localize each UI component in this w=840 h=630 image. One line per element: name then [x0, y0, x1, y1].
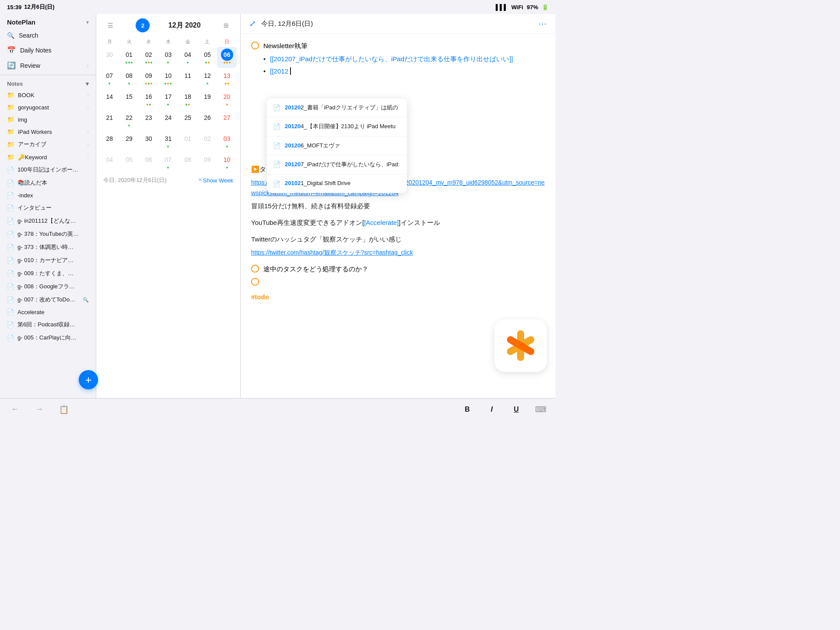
- sidebar-item-g-in201112[interactable]: 📄 g- in201112【どんなこと…: [0, 214, 96, 228]
- sidebar-item-g-005[interactable]: 📄 g- 005：CarPlayに向けて…: [0, 331, 96, 344]
- cal-day-28[interactable]: 28: [100, 131, 119, 152]
- cal-day-06-today[interactable]: 06: [217, 47, 237, 68]
- forward-button[interactable]: →: [32, 402, 47, 417]
- autocomplete-item-5[interactable]: 📄 201021_Digital Shift Drive: [267, 175, 407, 193]
- cal-day-12[interactable]: 12: [198, 68, 217, 89]
- sidebar-item-g-007[interactable]: 📄 g- 007：改めてToDoリス… 🔍: [0, 293, 96, 306]
- cal-day-23[interactable]: 23: [139, 110, 158, 131]
- cal-day-24[interactable]: 24: [158, 110, 178, 131]
- cal-day-18[interactable]: 18: [178, 89, 198, 110]
- cal-day-10[interactable]: 10: [158, 68, 178, 89]
- cal-day-26[interactable]: 26: [198, 110, 217, 131]
- dot: [150, 83, 152, 84]
- autocomplete-item-4[interactable]: 📄 201207_iPadだけで仕事がしたいなら、iPad:: [267, 155, 407, 174]
- cal-day-20[interactable]: 20: [217, 89, 237, 110]
- cal-day-15[interactable]: 15: [119, 89, 139, 110]
- sidebar-item-keyword[interactable]: 📁 🔑Keyword ›: [0, 151, 96, 163]
- note-name: g- 010：カーナビアプリ3…: [18, 256, 79, 264]
- twitter-url-link[interactable]: https://twitter.com/hashtag/観察スケッチ?src=h…: [251, 249, 413, 256]
- sidebar-item-img[interactable]: 📁 img ›: [0, 113, 96, 126]
- day-num: 26: [201, 112, 214, 124]
- sidebar-item-search[interactable]: 🔍 Search: [0, 28, 96, 42]
- sidebar-item-yonda-hon[interactable]: 📄 📚読んだ本: [0, 176, 96, 189]
- sidebar-item-g-378[interactable]: 📄 g- 378：YouTubeの英語…: [0, 228, 96, 241]
- cal-day-05-next[interactable]: 05: [119, 152, 139, 173]
- sidebar-brand-header[interactable]: NotePlan ▾: [0, 14, 96, 28]
- sidebar-item-archive[interactable]: 📁 アーカイブ ›: [0, 138, 96, 151]
- expand-icon[interactable]: ⤢: [249, 19, 256, 28]
- twitter-url[interactable]: https://twitter.com/hashtag/観察スケッチ?src=h…: [251, 247, 545, 258]
- dot: [167, 83, 169, 84]
- autocomplete-item-1[interactable]: 📄 201202_書籍「iPadクリエイティブ」は紙の: [267, 98, 407, 117]
- cal-day-07[interactable]: 07: [100, 68, 119, 89]
- cal-day-11[interactable]: 11: [178, 68, 198, 89]
- cal-day-09-next[interactable]: 09: [198, 152, 217, 173]
- italic-button[interactable]: I: [484, 402, 500, 417]
- cal-day-25[interactable]: 25: [178, 110, 198, 131]
- back-button[interactable]: ←: [7, 402, 23, 417]
- task-circle-2-icon[interactable]: [251, 265, 259, 273]
- cal-day-21[interactable]: 21: [100, 110, 119, 131]
- task-circle-3-icon[interactable]: [251, 278, 259, 286]
- cal-day-06-next[interactable]: 06: [139, 152, 158, 173]
- cal-day-04-next[interactable]: 04: [100, 152, 119, 173]
- folder-chevron-icon: ›: [87, 129, 89, 134]
- cal-day-16[interactable]: 16: [139, 89, 158, 110]
- cal-day-30[interactable]: 30: [100, 47, 119, 68]
- sidebar-item-index[interactable]: 📄 -index: [0, 189, 96, 201]
- wiki-link-1[interactable]: [[201207_iPadだけで仕事がしたいなら、iPadだけで出来る仕事を作り…: [270, 54, 513, 64]
- cal-day-04[interactable]: 04: [178, 47, 198, 68]
- bold-button[interactable]: B: [459, 402, 475, 417]
- cal-day-01[interactable]: 01: [119, 47, 139, 68]
- add-note-button[interactable]: +: [79, 370, 98, 389]
- today-button[interactable]: 2: [136, 18, 150, 32]
- note-icon: 📄: [7, 335, 14, 341]
- cal-day-07-next[interactable]: 07: [158, 152, 178, 173]
- sidebar-item-ipad-workers[interactable]: 📁 iPad Workers ›: [0, 126, 96, 138]
- cal-day-13[interactable]: 13: [217, 68, 237, 89]
- cal-day-09[interactable]: 09: [139, 68, 158, 89]
- sidebar-item-interview[interactable]: 📄 インタビュー: [0, 201, 96, 214]
- task-circle-icon[interactable]: [251, 42, 259, 49]
- sidebar-item-book[interactable]: 📁 BOOK ›: [0, 89, 96, 101]
- cal-day-19[interactable]: 19: [198, 89, 217, 110]
- cal-day-31[interactable]: 31: [158, 131, 178, 152]
- sidebar-item-goryugocast[interactable]: 📁 goryugocast ›: [0, 101, 96, 113]
- task-text: Newsletter執筆: [263, 41, 308, 51]
- autocomplete-item-3[interactable]: 📄 201206_MOFTエヴァ: [267, 136, 407, 155]
- show-week-button[interactable]: ^ Show Week: [199, 177, 233, 184]
- sidebar-item-g-373[interactable]: 📄 g- 373：体調悪い時ほど日…: [0, 241, 96, 254]
- more-options-icon[interactable]: ⋯: [538, 18, 547, 29]
- cal-day-29[interactable]: 29: [119, 131, 139, 152]
- sidebar-item-100nen[interactable]: 📄 100年日記はインポート専用: [0, 163, 96, 176]
- cal-day-14[interactable]: 14: [100, 89, 119, 110]
- autocomplete-item-2[interactable]: 📄 201204_【本日開催】2130より iPad Meetu: [267, 117, 407, 136]
- cal-day-08[interactable]: 08: [119, 68, 139, 89]
- accelerate-link[interactable]: [Accelerate]: [364, 219, 399, 226]
- cal-day-05[interactable]: 05: [198, 47, 217, 68]
- cal-day-02[interactable]: 02: [139, 47, 158, 68]
- note-content[interactable]: Newsletter執筆 • [[201207_iPadだけで仕事がしたいなら、…: [241, 34, 556, 398]
- cal-day-03-next[interactable]: 03: [217, 131, 237, 152]
- keyboard-button[interactable]: ⌨: [533, 402, 549, 417]
- sidebar-item-accelerate[interactable]: 📄 Accelerate: [0, 306, 96, 318]
- clipboard-button[interactable]: 📋: [56, 402, 72, 417]
- sidebar-item-g-010[interactable]: 📄 g- 010：カーナビアプリ3…: [0, 254, 96, 267]
- sidebar-item-daily-notes[interactable]: 📅 Daily Notes: [0, 42, 96, 58]
- sidebar-item-g-009[interactable]: 📄 g- 009：たすくま、全く使…: [0, 267, 96, 280]
- cal-day-03[interactable]: 03: [158, 47, 178, 68]
- sidebar-item-podcast[interactable]: 📄 第6回：Podcast収録&…: [0, 318, 96, 331]
- cal-day-22[interactable]: 22: [119, 110, 139, 131]
- cal-day-01-next[interactable]: 01: [178, 131, 198, 152]
- calendar-view-toggle[interactable]: ⊞: [219, 18, 233, 32]
- cal-day-17[interactable]: 17: [158, 89, 178, 110]
- cal-day-08-next[interactable]: 08: [178, 152, 198, 173]
- cal-day-10-next[interactable]: 10: [217, 152, 237, 173]
- sidebar-item-review[interactable]: 🔄 Review ›: [0, 58, 96, 73]
- cal-day-02-next[interactable]: 02: [198, 131, 217, 152]
- underline-button[interactable]: U: [508, 402, 524, 417]
- sidebar-item-g-008[interactable]: 📄 g- 008：Googleフライト…: [0, 280, 96, 293]
- cal-day-30b[interactable]: 30: [139, 131, 158, 152]
- cal-day-27[interactable]: 27: [217, 110, 237, 131]
- hamburger-button[interactable]: ☰: [103, 18, 117, 32]
